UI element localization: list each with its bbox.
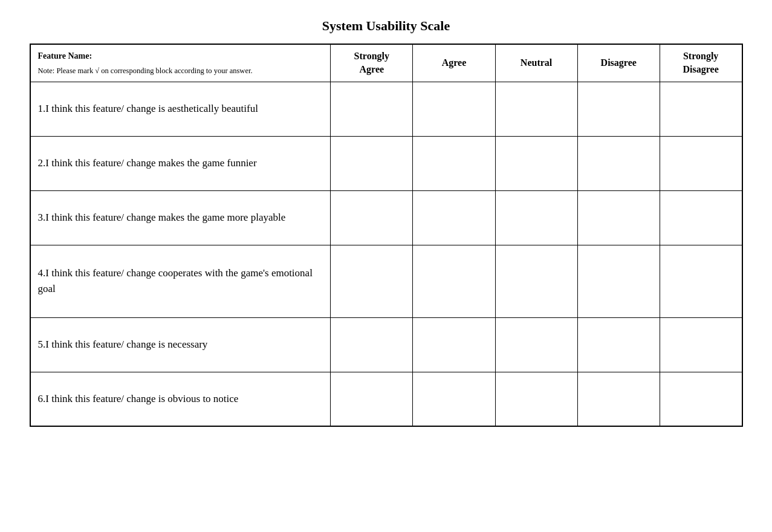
answer-strongly-agree-q5[interactable] — [331, 317, 413, 372]
q-number: 6. — [38, 393, 46, 404]
page-title: System Usability Scale — [322, 18, 450, 34]
answer-neutral-q4[interactable] — [495, 245, 577, 317]
table-row: 5.I think this feature/ change is necess… — [30, 317, 742, 372]
q-number: 4. — [38, 267, 46, 279]
feature-name-header: Feature Name: Note: Please mark √ on cor… — [30, 44, 331, 82]
header-note: Note: Please mark √ on corresponding blo… — [38, 65, 323, 76]
answer-neutral-q2[interactable] — [495, 136, 577, 190]
answer-neutral-q5[interactable] — [495, 317, 577, 372]
answer-agree-q1[interactable] — [413, 82, 495, 136]
answer-strongly-disagree-q1[interactable] — [660, 82, 742, 136]
table-header-row: Feature Name: Note: Please mark √ on cor… — [30, 44, 742, 82]
col-strongly-agree: StronglyAgree — [331, 44, 413, 82]
answer-strongly-disagree-q5[interactable] — [660, 317, 742, 372]
col-neutral: Neutral — [495, 44, 577, 82]
q-number: 1. — [38, 103, 46, 114]
feature-name-label: Feature Name: — [38, 50, 323, 62]
col-agree: Agree — [413, 44, 495, 82]
answer-disagree-q6[interactable] — [577, 372, 660, 426]
question-cell-5: 5.I think this feature/ change is necess… — [30, 317, 331, 372]
question-cell-2: 2.I think this feature/ change makes the… — [30, 136, 331, 190]
question-cell-3: 3.I think this feature/ change makes the… — [30, 190, 331, 245]
sus-table: Feature Name: Note: Please mark √ on cor… — [30, 44, 743, 427]
table-row: 6.I think this feature/ change is obviou… — [30, 372, 742, 426]
q-number: 5. — [38, 339, 46, 350]
q-number: 2. — [38, 157, 46, 169]
col-strongly-disagree: StronglyDisagree — [660, 44, 742, 82]
q-number: 3. — [38, 212, 46, 223]
answer-disagree-q1[interactable] — [577, 82, 660, 136]
answer-disagree-q4[interactable] — [577, 245, 660, 317]
answer-disagree-q2[interactable] — [577, 136, 660, 190]
answer-strongly-disagree-q2[interactable] — [660, 136, 742, 190]
answer-strongly-disagree-q6[interactable] — [660, 372, 742, 426]
answer-agree-q5[interactable] — [413, 317, 495, 372]
table-row: 1.I think this feature/ change is aesthe… — [30, 82, 742, 136]
question-cell-6: 6.I think this feature/ change is obviou… — [30, 372, 331, 426]
answer-agree-q3[interactable] — [413, 190, 495, 245]
answer-agree-q4[interactable] — [413, 245, 495, 317]
answer-neutral-q1[interactable] — [495, 82, 577, 136]
answer-neutral-q3[interactable] — [495, 190, 577, 245]
answer-neutral-q6[interactable] — [495, 372, 577, 426]
table-row: 2.I think this feature/ change makes the… — [30, 136, 742, 190]
answer-strongly-disagree-q3[interactable] — [660, 190, 742, 245]
col-disagree: Disagree — [577, 44, 660, 82]
answer-strongly-agree-q4[interactable] — [331, 245, 413, 317]
answer-strongly-agree-q3[interactable] — [331, 190, 413, 245]
answer-agree-q6[interactable] — [413, 372, 495, 426]
answer-strongly-agree-q6[interactable] — [331, 372, 413, 426]
answer-strongly-disagree-q4[interactable] — [660, 245, 742, 317]
table-row: 3.I think this feature/ change makes the… — [30, 190, 742, 245]
answer-strongly-agree-q1[interactable] — [331, 82, 413, 136]
answer-agree-q2[interactable] — [413, 136, 495, 190]
answer-disagree-q5[interactable] — [577, 317, 660, 372]
answer-disagree-q3[interactable] — [577, 190, 660, 245]
answer-strongly-agree-q2[interactable] — [331, 136, 413, 190]
question-cell-1: 1.I think this feature/ change is aesthe… — [30, 82, 331, 136]
question-cell-4: 4.I think this feature/ change cooperate… — [30, 245, 331, 317]
table-row: 4.I think this feature/ change cooperate… — [30, 245, 742, 317]
